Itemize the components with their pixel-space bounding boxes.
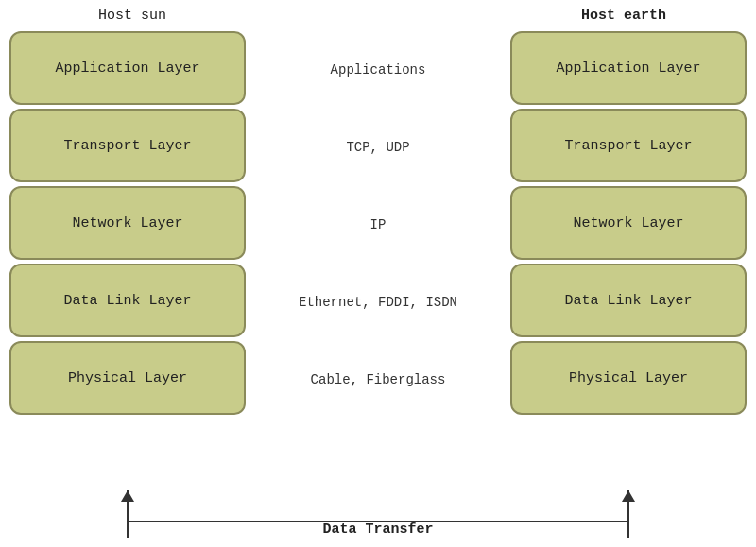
protocol-applications: Applications (331, 62, 426, 77)
bottom-center: Data Transfer (246, 521, 510, 538)
right-arrow-container (510, 490, 747, 538)
transport-layer-right: Transport Layer (510, 109, 747, 182)
transport-layer-left: Transport Layer (9, 109, 246, 182)
hosts-row: Host sun Host earth (0, 8, 756, 24)
datalink-layer-right: Data Link Layer (510, 264, 747, 337)
app-layer-left: Application Layer (9, 31, 246, 105)
protocol-ethernet: Ethernet, FDDI, ISDN (299, 295, 457, 310)
host-sun-label: Host sun (9, 8, 255, 24)
left-stack: Application Layer Transport Layer Networ… (9, 31, 246, 415)
app-layer-right: Application Layer (510, 31, 747, 105)
physical-layer-right: Physical Layer (510, 341, 747, 415)
host-earth-label: Host earth (501, 8, 747, 24)
left-arrow-container (9, 490, 246, 538)
main-area: Application Layer Transport Layer Networ… (0, 31, 756, 483)
network-layer-right: Network Layer (510, 186, 747, 260)
left-arrow-up (127, 490, 129, 538)
diagram: Host sun Host earth Application Layer Tr… (0, 0, 756, 547)
bottom-area: Data Transfer (0, 490, 756, 547)
protocol-cable: Cable, Fiberglass (311, 372, 446, 387)
protocol-tcp-udp: TCP, UDP (346, 140, 409, 155)
protocol-ip: IP (370, 217, 387, 232)
right-stack: Application Layer Transport Layer Networ… (510, 31, 747, 415)
datalink-layer-left: Data Link Layer (9, 264, 246, 337)
middle-protocols: Applications TCP, UDP IP Ethernet, FDDI,… (246, 31, 510, 419)
data-transfer-label: Data Transfer (322, 521, 433, 538)
right-arrow-up (627, 490, 629, 538)
horizontal-line (128, 521, 628, 522)
network-layer-left: Network Layer (9, 186, 246, 260)
physical-layer-left: Physical Layer (9, 341, 246, 415)
